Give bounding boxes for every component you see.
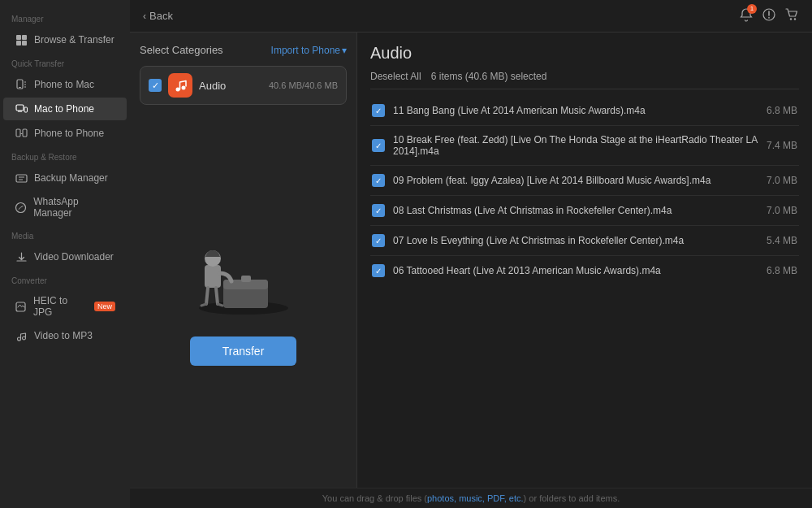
sidebar-item-browse-transfer[interactable]: Browse & Transfer: [3, 28, 127, 51]
category-audio-item[interactable]: ✓ Audio 40.6 MB/40.6 MB: [140, 66, 347, 105]
sidebar-section-converter: Converter: [0, 270, 130, 289]
back-button[interactable]: ‹ Back: [143, 10, 173, 22]
svg-rect-7: [24, 107, 28, 112]
audio-item-size-0: 6.8 MB: [767, 105, 797, 116]
audio-item-name-0: 11 Bang Bang (Live At 2014 American Musi…: [393, 105, 758, 116]
audio-item-checkbox-2[interactable]: ✓: [372, 174, 385, 187]
audio-item-checkbox-4[interactable]: ✓: [372, 234, 385, 247]
audio-item-name-2: 09 Problem (feat. Iggy Azalea) [Live At …: [393, 175, 758, 186]
backup-manager-icon: [15, 172, 28, 185]
svg-point-13: [17, 337, 20, 341]
svg-point-17: [794, 18, 796, 20]
sidebar-item-video-to-mp3[interactable]: Video to MP3: [3, 324, 127, 347]
alert-button[interactable]: [762, 7, 776, 25]
sidebar-item-heic-to-jpg[interactable]: HEIC to JPG New: [3, 290, 127, 323]
select-categories-title: Select Categories: [140, 44, 223, 56]
svg-rect-8: [16, 129, 20, 137]
main-area: ‹ Back 1: [130, 0, 812, 508]
illustration-area: Transfer: [140, 111, 347, 476]
bottom-bar-link[interactable]: photos, music, PDF, etc.: [427, 493, 524, 503]
video-to-mp3-icon: [15, 329, 28, 342]
svg-rect-24: [205, 265, 221, 288]
audio-item-size-3: 7.0 MB: [767, 205, 797, 216]
phone-to-mac-icon: [15, 78, 28, 91]
audio-item-size-4: 5.4 MB: [767, 235, 797, 246]
audio-item-size-1: 7.4 MB: [767, 140, 797, 151]
notification-badge: 1: [747, 4, 757, 14]
left-panel-header: Select Categories Import to Phone ▾: [140, 44, 347, 56]
audio-item-name-1: 10 Break Free (feat. Zedd) [Live On The …: [393, 134, 758, 157]
alert-icon: [762, 7, 776, 22]
import-to-phone-button[interactable]: Import to Phone ▾: [271, 45, 347, 56]
audio-item: ✓ 08 Last Christmas (Live At Christmas i…: [370, 196, 799, 226]
audio-item-size-5: 6.8 MB: [767, 265, 797, 276]
audio-item-size-2: 7.0 MB: [767, 175, 797, 186]
svg-rect-6: [16, 105, 24, 111]
sidebar-item-label: Video to MP3: [34, 330, 93, 341]
sidebar-item-phone-to-mac[interactable]: Phone to Mac: [3, 73, 127, 96]
sidebar-item-label: Backup Manager: [34, 172, 108, 184]
svg-rect-2: [16, 41, 21, 46]
svg-rect-23: [241, 276, 251, 282]
category-size: 40.6 MB/40.6 MB: [269, 80, 338, 90]
audio-title: Audio: [370, 44, 799, 63]
audio-item-name-3: 08 Last Christmas (Live At Christmas in …: [393, 205, 758, 216]
sidebar-section-manager: Manager: [0, 8, 130, 27]
audio-item-name-4: 07 Love Is Eveything (Live At Christmas …: [393, 235, 758, 246]
video-downloader-icon: [15, 250, 28, 263]
sidebar-item-backup-manager[interactable]: Backup Manager: [3, 167, 127, 189]
content-area: Select Categories Import to Phone ▾ ✓ Au…: [130, 33, 812, 488]
audio-item-checkbox-5[interactable]: ✓: [372, 264, 385, 277]
sidebar-item-label: HEIC to JPG: [33, 295, 86, 318]
new-badge: New: [94, 302, 115, 311]
svg-point-14: [22, 336, 25, 340]
notification-button[interactable]: 1: [739, 7, 754, 25]
svg-point-19: [182, 86, 186, 90]
audio-item: ✓ 10 Break Free (feat. Zedd) [Live On Th…: [370, 126, 799, 166]
topbar: ‹ Back 1: [130, 0, 812, 33]
svg-rect-10: [16, 175, 27, 182]
import-chevron-icon: ▾: [342, 45, 347, 56]
import-label: Import to Phone: [271, 45, 340, 56]
bottom-bar-text-before: You can drag & drop files (: [322, 493, 427, 503]
sidebar-item-label: Browse & Transfer: [34, 34, 114, 46]
whatsapp-icon: [15, 201, 27, 214]
sidebar-item-label: WhatsApp Manager: [33, 196, 115, 219]
sidebar-item-mac-to-phone[interactable]: Mac to Phone: [3, 98, 127, 120]
right-panel: Audio Deselect All 6 items (40.6 MB) sel…: [357, 33, 812, 488]
sidebar-item-whatsapp-manager[interactable]: WhatsApp Manager: [3, 191, 127, 224]
svg-rect-5: [19, 87, 21, 88]
audio-item: ✓ 11 Bang Bang (Live At 2014 American Mu…: [370, 96, 799, 126]
sidebar-item-label: Mac to Phone: [34, 103, 94, 115]
svg-rect-9: [23, 129, 27, 137]
sidebar-section-backup: Backup & Restore: [0, 146, 130, 165]
mac-to-phone-icon: [15, 102, 28, 115]
svg-rect-3: [22, 41, 27, 46]
audio-list-header: Deselect All 6 items (40.6 MB) selected: [370, 71, 799, 89]
audio-checkbox[interactable]: ✓: [149, 79, 162, 92]
sidebar-item-label: Phone to Phone: [34, 128, 104, 139]
audio-item-name-5: 06 Tattooed Heart (Live At 2013 American…: [393, 265, 758, 276]
audio-item: ✓ 09 Problem (feat. Iggy Azalea) [Live A…: [370, 166, 799, 196]
sidebar: Manager Browse & Transfer Quick Transfer…: [0, 0, 130, 508]
category-name: Audio: [199, 80, 262, 92]
items-selected-count: 6 items (40.6 MB) selected: [431, 71, 547, 82]
audio-item: ✓ 07 Love Is Eveything (Live At Christma…: [370, 226, 799, 256]
illustration: [179, 223, 309, 320]
audio-item-checkbox-3[interactable]: ✓: [372, 204, 385, 217]
audio-item-checkbox-1[interactable]: ✓: [372, 139, 385, 152]
back-label: Back: [149, 10, 173, 22]
sidebar-section-media: Media: [0, 225, 130, 244]
bottom-bar: You can drag & drop files (photos, music…: [130, 488, 812, 508]
sidebar-item-phone-to-phone[interactable]: Phone to Phone: [3, 122, 127, 145]
phone-to-phone-icon: [15, 127, 28, 140]
back-chevron-icon: ‹: [143, 11, 146, 22]
audio-category-icon: [168, 73, 192, 98]
svg-rect-0: [16, 35, 21, 40]
transfer-button[interactable]: Transfer: [190, 336, 297, 366]
sidebar-item-video-downloader[interactable]: Video Downloader: [3, 245, 127, 268]
cart-button[interactable]: [784, 7, 799, 25]
deselect-all-button[interactable]: Deselect All: [370, 71, 421, 82]
audio-item-checkbox-0[interactable]: ✓: [372, 104, 385, 117]
left-panel: Select Categories Import to Phone ▾ ✓ Au…: [130, 33, 357, 488]
